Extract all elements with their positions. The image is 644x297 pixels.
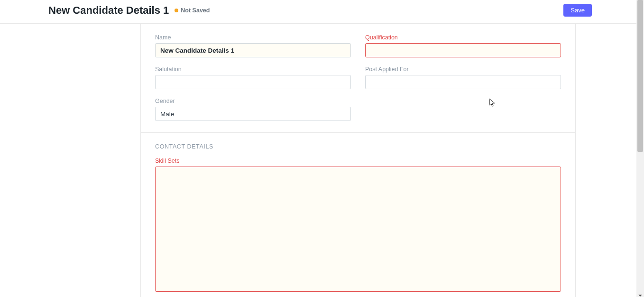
contact-details-section: CONTACT DETAILS Skill Sets: [141, 132, 575, 297]
status-text: Not Saved: [181, 7, 210, 14]
label-gender: Gender: [155, 98, 351, 104]
label-salutation: Salutation: [155, 66, 351, 73]
contact-details-heading: CONTACT DETAILS: [155, 143, 561, 150]
qualification-input[interactable]: [365, 43, 561, 57]
name-input[interactable]: [155, 43, 351, 57]
page-title: New Candidate Details 1: [48, 4, 169, 17]
gender-select-value: Male: [160, 111, 174, 118]
save-status: Not Saved: [175, 7, 210, 14]
skill-sets-textarea[interactable]: [155, 167, 561, 292]
label-name: Name: [155, 34, 351, 41]
scrollbar-track[interactable]: [636, 0, 644, 297]
label-post-applied-for: Post Applied For: [365, 66, 561, 73]
label-qualification: Qualification: [365, 34, 561, 41]
save-button[interactable]: Save: [563, 4, 592, 17]
field-post-applied-for: Post Applied For: [365, 66, 561, 89]
gender-select[interactable]: Male: [155, 107, 351, 121]
scrollbar-thumb[interactable]: [637, 0, 643, 152]
field-name: Name: [155, 34, 351, 57]
basic-details-section: Name Salutation Gender Male: [141, 24, 575, 132]
post-applied-for-input[interactable]: [365, 75, 561, 89]
field-qualification: Qualification: [365, 34, 561, 57]
salutation-input[interactable]: [155, 75, 351, 89]
header-left: New Candidate Details 1 Not Saved: [48, 4, 210, 17]
page-header: New Candidate Details 1 Not Saved Save: [0, 0, 644, 24]
label-skill-sets: Skill Sets: [155, 158, 561, 164]
form-panel: Name Salutation Gender Male: [140, 24, 576, 297]
field-gender: Gender Male: [155, 98, 351, 121]
scrollbar-down-arrow-icon[interactable]: [638, 291, 643, 296]
field-skill-sets: Skill Sets: [155, 158, 561, 292]
status-dot-icon: [175, 9, 178, 12]
field-salutation: Salutation: [155, 66, 351, 89]
